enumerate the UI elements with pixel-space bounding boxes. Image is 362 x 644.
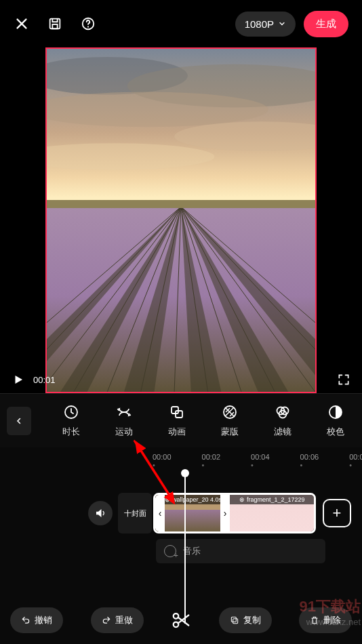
tool-label: 蒙版: [221, 426, 239, 438]
tool-label: 运动: [115, 426, 133, 438]
back-button[interactable]: [7, 407, 31, 435]
motion-icon: [116, 404, 132, 420]
player-controls: 00:01: [0, 366, 362, 393]
tool-adjust[interactable]: 校色: [327, 404, 344, 438]
svg-rect-22: [233, 619, 237, 624]
clip-label: wallpaper_20 4.0s: [155, 495, 230, 504]
play-button[interactable]: [10, 371, 26, 388]
ruler-tick: 00:04: [251, 453, 280, 469]
watermark: 91下载站 www.91xz.net: [300, 597, 361, 627]
topbar-left: [14, 16, 96, 32]
copy-button[interactable]: 复制: [219, 607, 272, 633]
topbar-right: 1080P 生成: [235, 11, 348, 37]
filter-icon: [275, 404, 291, 420]
save-button[interactable]: [47, 16, 63, 32]
current-time: 00:01: [33, 375, 56, 385]
chevron-left-icon: [15, 416, 23, 426]
fullscreen-icon: [337, 373, 350, 386]
svg-rect-1: [52, 24, 57, 28]
action-center: [171, 610, 191, 630]
cover-button[interactable]: 十封面: [118, 493, 152, 534]
resolution-label: 1080P: [245, 18, 274, 30]
ruler-tick: 00:00: [153, 453, 182, 469]
tool-motion[interactable]: 运动: [115, 404, 133, 438]
add-clip-button[interactable]: +: [323, 499, 351, 527]
player-left: 00:01: [10, 371, 56, 388]
scissors-icon: [171, 610, 191, 630]
mask-icon: [222, 404, 238, 420]
sky-clouds: [47, 49, 315, 200]
tool-list: 时长 运动 动画 蒙版 滤镜 校色: [45, 404, 362, 438]
svg-point-7: [174, 121, 315, 151]
generate-button[interactable]: 生成: [304, 11, 348, 37]
close-icon: [14, 16, 29, 31]
svg-point-8: [47, 143, 215, 170]
clips-selection[interactable]: ‹ wallpaper_20 4.0s › fragment_1_2_17229: [153, 493, 316, 534]
ruler-tick: 00:06: [300, 453, 329, 469]
save-icon: [47, 16, 62, 31]
play-icon: [12, 374, 24, 386]
redo-icon: [102, 616, 111, 625]
ruler-tick: 00:08: [349, 453, 362, 469]
svg-point-3: [87, 26, 89, 27]
clip-tools: 时长 运动 动画 蒙版 滤镜 校色: [0, 393, 362, 447]
tool-label: 动画: [168, 426, 186, 438]
help-icon: [81, 16, 96, 31]
video-preview[interactable]: [45, 47, 317, 393]
lavender-field: [47, 200, 315, 392]
svg-rect-13: [176, 411, 182, 418]
top-bar: 1080P 生成: [0, 0, 362, 47]
time-ruler: 00:00 00:02 00:04 00:06 00:08: [0, 453, 362, 469]
add-music-button[interactable]: 音乐: [156, 539, 325, 563]
fullscreen-button[interactable]: [336, 371, 352, 388]
resolution-button[interactable]: 1080P: [235, 12, 296, 37]
undo-button[interactable]: 撤销: [10, 607, 63, 633]
ruler-tick: 00:02: [202, 453, 231, 469]
clip-handle-left[interactable]: ‹: [155, 495, 165, 531]
tool-animation[interactable]: 动画: [168, 404, 186, 438]
undo-icon: [21, 616, 31, 625]
tool-label: 校色: [327, 426, 344, 438]
close-button[interactable]: [14, 16, 30, 32]
tool-duration[interactable]: 时长: [62, 404, 80, 438]
clip-track: 十封面 ‹ wallpaper_20 4.0s › fragment_1_2_1…: [0, 493, 362, 534]
clip-1[interactable]: wallpaper_20 4.0s: [155, 495, 230, 531]
mute-button[interactable]: [88, 501, 113, 525]
help-button[interactable]: [80, 16, 96, 32]
clip-label: fragment_1_2_17229: [230, 495, 314, 504]
clock-icon: [63, 404, 79, 420]
split-button[interactable]: [171, 610, 191, 630]
playhead[interactable]: [184, 473, 186, 624]
copy-icon: [230, 616, 239, 625]
tool-label: 滤镜: [274, 426, 291, 438]
tool-filter[interactable]: 滤镜: [274, 404, 291, 438]
preview-content: [47, 49, 315, 392]
clip-handle-right[interactable]: ›: [220, 495, 230, 531]
redo-button[interactable]: 重做: [91, 607, 144, 633]
svg-rect-10: [47, 200, 315, 208]
tool-label: 时长: [62, 426, 80, 438]
speaker-icon: [94, 507, 106, 519]
tool-mask[interactable]: 蒙版: [221, 404, 239, 438]
svg-rect-21: [231, 617, 236, 622]
music-icon: [164, 545, 176, 557]
adjust-icon: [327, 404, 344, 420]
clip-2[interactable]: fragment_1_2_17229: [230, 495, 314, 531]
chevron-down-icon: [278, 20, 286, 28]
animation-icon: [169, 404, 185, 420]
svg-rect-12: [172, 407, 178, 414]
